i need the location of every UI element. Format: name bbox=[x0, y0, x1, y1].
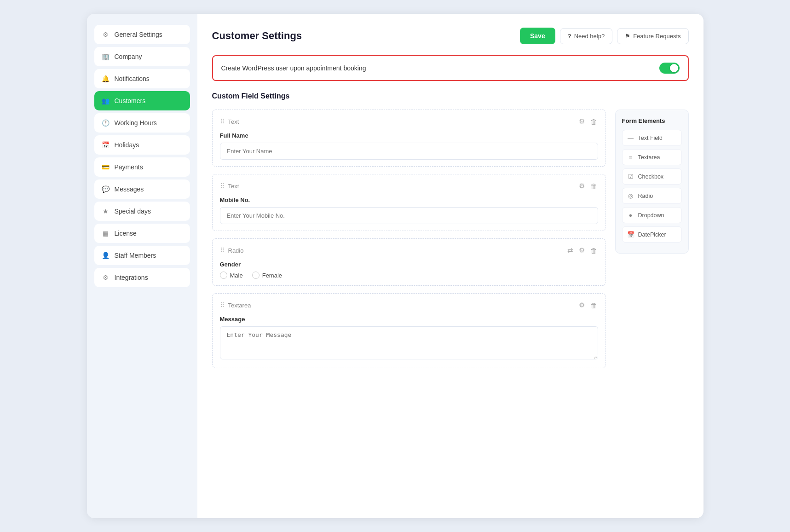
wordpress-user-toggle-row: Create WordPress user upon appointment b… bbox=[212, 55, 689, 81]
form-fields: ⠿ Text ⚙ 🗑 Full Name ⠿ Text ⚙ 🗑 Mobile N… bbox=[212, 110, 606, 376]
textarea-icon: ≡ bbox=[627, 154, 634, 161]
field-type-label: ⠿ Textarea bbox=[220, 301, 251, 309]
sidebar-item-general-settings[interactable]: ⚙ General Settings bbox=[94, 25, 190, 44]
field-input-2[interactable] bbox=[220, 207, 598, 224]
credit-icon: 💳 bbox=[102, 163, 110, 171]
filter-button[interactable]: ⇄ bbox=[566, 245, 574, 255]
users-icon: 👥 bbox=[102, 97, 110, 105]
content-layout: ⠿ Text ⚙ 🗑 Full Name ⠿ Text ⚙ 🗑 Mobile N… bbox=[212, 110, 689, 376]
clock-icon: 🕐 bbox=[102, 119, 110, 127]
license-icon: ▦ bbox=[102, 229, 110, 237]
sidebar-item-label: Customers bbox=[115, 97, 146, 104]
sidebar-item-messages[interactable]: 💬 Messages bbox=[94, 179, 190, 199]
radio-circle bbox=[220, 272, 227, 279]
need-help-button[interactable]: ? Need help? bbox=[560, 28, 612, 44]
sidebar-item-staff-members[interactable]: 👤 Staff Members bbox=[94, 246, 190, 265]
panel-item-label: Textarea bbox=[638, 154, 660, 161]
field-card-2: ⠿ Text ⚙ 🗑 Mobile No. bbox=[212, 174, 606, 231]
sidebar-item-label: Payments bbox=[115, 163, 143, 171]
feature-requests-button[interactable]: ⚑ Feature Requests bbox=[617, 28, 688, 44]
integrations-icon: ⚙ bbox=[102, 273, 110, 282]
dropdown-icon: ● bbox=[627, 212, 634, 219]
panel-item-label: Text Field bbox=[638, 135, 663, 141]
sidebar-item-integrations[interactable]: ⚙ Integrations bbox=[94, 268, 190, 287]
main-content: Customer Settings Save ? Need help? ⚑ Fe… bbox=[197, 14, 704, 518]
panel-item-label: Radio bbox=[638, 193, 653, 199]
field-type-label: ⠿ Text bbox=[220, 118, 239, 125]
sidebar-item-label: Integrations bbox=[115, 274, 148, 281]
sidebar-item-payments[interactable]: 💳 Payments bbox=[94, 157, 190, 177]
text-field-icon: — bbox=[627, 134, 634, 141]
custom-fields-section-title: Custom Field Settings bbox=[212, 92, 689, 100]
radio-option-male[interactable]: Male bbox=[220, 272, 243, 279]
sidebar-item-label: License bbox=[115, 230, 137, 237]
radio-option-female[interactable]: Female bbox=[252, 272, 282, 279]
sidebar-item-label: Special days bbox=[115, 208, 151, 215]
question-icon: ? bbox=[568, 33, 571, 40]
wordpress-user-toggle[interactable] bbox=[659, 63, 680, 74]
delete-button-4[interactable]: 🗑 bbox=[589, 301, 598, 310]
panel-item-radio[interactable]: ◎ Radio bbox=[622, 188, 682, 204]
field-input-1[interactable] bbox=[220, 143, 598, 160]
sidebar-item-label: Staff Members bbox=[115, 252, 156, 259]
field-card-header: ⠿ Textarea ⚙ 🗑 bbox=[220, 300, 598, 310]
settings-button-1[interactable]: ⚙ bbox=[578, 116, 586, 127]
panel-item-text-field[interactable]: — Text Field bbox=[622, 130, 682, 146]
field-actions: ⚙ 🗑 bbox=[578, 116, 598, 127]
sidebar-item-license[interactable]: ▦ License bbox=[94, 224, 190, 243]
field-card-header: ⠿ Text ⚙ 🗑 bbox=[220, 181, 598, 191]
drag-icon: ⠿ bbox=[220, 247, 225, 254]
delete-button-1[interactable]: 🗑 bbox=[589, 117, 598, 127]
panel-item-checkbox[interactable]: ☑ Checkbox bbox=[622, 168, 682, 185]
page-title: Customer Settings bbox=[212, 30, 302, 42]
field-actions: ⇄ ⚙ 🗑 bbox=[566, 245, 598, 255]
staff-icon: 👤 bbox=[102, 251, 110, 260]
panel-item-datepicker[interactable]: 📅 DatePicker bbox=[622, 226, 682, 243]
field-card-3: ⠿ Radio ⇄ ⚙ 🗑 Gender Male Female bbox=[212, 238, 606, 286]
panel-item-label: Dropdown bbox=[638, 212, 664, 219]
sidebar-item-working-hours[interactable]: 🕐 Working Hours bbox=[94, 113, 190, 133]
radio-label: Female bbox=[262, 272, 282, 279]
field-label-4: Message bbox=[220, 316, 598, 323]
settings-button-3[interactable]: ⚙ bbox=[578, 245, 586, 255]
sidebar-item-special-days[interactable]: ★ Special days bbox=[94, 202, 190, 221]
datepicker-icon: 📅 bbox=[627, 231, 634, 238]
sidebar-item-holidays[interactable]: 📅 Holidays bbox=[94, 135, 190, 155]
save-button[interactable]: Save bbox=[520, 28, 555, 44]
radio-circle bbox=[252, 272, 259, 279]
sidebar-item-label: Company bbox=[115, 53, 142, 60]
field-textarea-4[interactable] bbox=[220, 326, 598, 359]
settings-button-4[interactable]: ⚙ bbox=[578, 300, 586, 310]
app-container: ⚙ General Settings 🏢 Company 🔔 Notificat… bbox=[87, 14, 704, 518]
sidebar-item-customers[interactable]: 👥 Customers bbox=[94, 91, 190, 110]
sidebar: ⚙ General Settings 🏢 Company 🔔 Notificat… bbox=[87, 14, 197, 518]
panel-item-textarea[interactable]: ≡ Textarea bbox=[622, 149, 682, 165]
toggle-label: Create WordPress user upon appointment b… bbox=[221, 64, 366, 72]
field-actions: ⚙ 🗑 bbox=[578, 181, 598, 191]
header-actions: Save ? Need help? ⚑ Feature Requests bbox=[520, 28, 689, 44]
drag-icon: ⠿ bbox=[220, 118, 225, 125]
field-label-3: Gender bbox=[220, 261, 598, 268]
radio-label: Male bbox=[230, 272, 243, 279]
field-type-label: ⠿ Radio bbox=[220, 247, 244, 254]
sidebar-item-label: General Settings bbox=[115, 31, 162, 38]
radio-group: Male Female bbox=[220, 272, 598, 279]
drag-icon: ⠿ bbox=[220, 301, 225, 309]
panel-item-label: DatePicker bbox=[638, 231, 666, 238]
delete-button-3[interactable]: 🗑 bbox=[589, 246, 598, 255]
field-actions: ⚙ 🗑 bbox=[578, 300, 598, 310]
msg-icon: 💬 bbox=[102, 185, 110, 193]
sidebar-item-notifications[interactable]: 🔔 Notifications bbox=[94, 69, 190, 88]
sidebar-item-company[interactable]: 🏢 Company bbox=[94, 47, 190, 66]
settings-button-2[interactable]: ⚙ bbox=[578, 181, 586, 191]
flag-icon: ⚑ bbox=[625, 33, 630, 40]
checkbox-icon: ☑ bbox=[627, 173, 634, 180]
drag-icon: ⠿ bbox=[220, 182, 225, 190]
field-card-header: ⠿ Text ⚙ 🗑 bbox=[220, 116, 598, 127]
panel-item-dropdown[interactable]: ● Dropdown bbox=[622, 207, 682, 223]
panel-card: Form Elements — Text Field ≡ Textarea ☑ … bbox=[615, 110, 689, 254]
field-label-2: Mobile No. bbox=[220, 197, 598, 203]
gear-icon: ⚙ bbox=[102, 30, 110, 39]
delete-button-2[interactable]: 🗑 bbox=[589, 181, 598, 191]
sidebar-item-label: Notifications bbox=[115, 75, 150, 82]
